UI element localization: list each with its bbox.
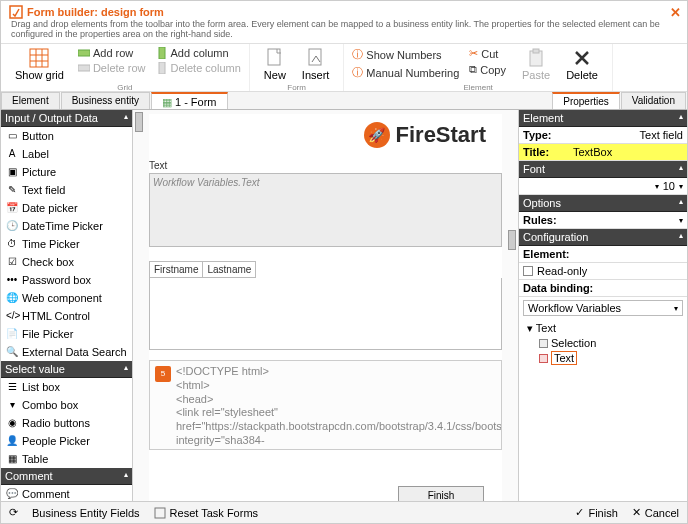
insert-label: Insert: [302, 69, 330, 81]
delete-button[interactable]: Delete: [558, 46, 606, 83]
palette-item-datetime-picker[interactable]: 🕒DateTime Picker: [1, 217, 132, 235]
chevron-down-icon[interactable]: ▾: [655, 182, 659, 191]
insert-icon: [306, 48, 326, 68]
tab-form[interactable]: ▦1 - Form: [151, 92, 228, 109]
refresh-button[interactable]: ⟳: [9, 506, 18, 519]
palette-item-file-picker[interactable]: 📄File Picker: [1, 325, 132, 343]
tab-properties[interactable]: Properties: [552, 92, 620, 109]
readonly-checkbox[interactable]: [523, 266, 533, 276]
insert-button[interactable]: Insert: [294, 46, 338, 83]
databinding-dropdown[interactable]: Workflow Variables▾: [523, 300, 683, 316]
ribbon-group-grid: Show grid Add row Delete row Add column …: [1, 44, 250, 91]
add-row-icon: [78, 47, 90, 59]
ribbon-form-label: Form: [287, 83, 306, 92]
tree-selection[interactable]: Selection: [527, 336, 679, 350]
palette-item-table[interactable]: ▦Table: [1, 450, 132, 468]
font-size-row[interactable]: ▾10▾: [519, 178, 687, 195]
chevron-down-icon[interactable]: ▾: [679, 182, 683, 191]
svg-rect-1: [30, 49, 48, 67]
section-options[interactable]: Options▴: [519, 195, 687, 212]
name-textarea[interactable]: [149, 278, 502, 350]
close-icon: ✕: [632, 506, 641, 519]
palette-item-password-box[interactable]: •••Password box: [1, 271, 132, 289]
palette-item-list-box[interactable]: ☰List box: [1, 378, 132, 396]
form-icon: [9, 5, 23, 19]
palette-item-label[interactable]: ALabel: [1, 145, 132, 163]
close-icon[interactable]: ✕: [670, 5, 681, 20]
label-icon: A: [6, 148, 18, 160]
business-entity-fields-button[interactable]: Business Entity Fields: [32, 507, 140, 519]
section-input-output[interactable]: Input / Output Data▴: [1, 110, 132, 127]
tab-bar: Element Business entity ▦1 - Form Proper…: [1, 92, 687, 110]
delete-row-button[interactable]: Delete row: [76, 61, 148, 75]
palette-item-label: Password box: [22, 274, 91, 286]
lastname-field[interactable]: Lastname: [203, 261, 256, 278]
tab-element[interactable]: Element: [1, 92, 60, 109]
tab-validation[interactable]: Validation: [621, 92, 686, 109]
section-font[interactable]: Font▴: [519, 161, 687, 178]
finish-button[interactable]: ✓Finish: [575, 506, 617, 519]
brand: 🚀 FireStart: [149, 114, 502, 158]
palette-item-label: Check box: [22, 256, 74, 268]
check-box-icon: ☑: [6, 256, 18, 268]
palette-item-html-control[interactable]: </>HTML Control: [1, 307, 132, 325]
font-size-value[interactable]: 10: [663, 180, 675, 192]
paste-button[interactable]: Paste: [514, 46, 558, 83]
rules-row[interactable]: Rules:▾: [519, 212, 687, 229]
cancel-button[interactable]: ✕Cancel: [632, 506, 679, 519]
picture-icon: ▣: [6, 166, 18, 178]
palette-item-radio-buttons[interactable]: ◉Radio buttons: [1, 414, 132, 432]
palette-item-web-component[interactable]: 🌐Web component: [1, 289, 132, 307]
prop-title[interactable]: Title:TextBox: [519, 144, 687, 161]
palette-item-check-box[interactable]: ☑Check box: [1, 253, 132, 271]
show-numbers-button[interactable]: ⓘShow Numbers: [350, 46, 461, 63]
section-element-props[interactable]: Element▴: [519, 110, 687, 127]
copy-button[interactable]: ⧉Copy: [467, 62, 508, 77]
readonly-row[interactable]: Read-only: [519, 263, 687, 280]
chevron-down-icon[interactable]: ▾: [679, 216, 683, 225]
ribbon: Show grid Add row Delete row Add column …: [1, 44, 687, 92]
svg-rect-0: [10, 6, 22, 18]
palette-item-picture[interactable]: ▣Picture: [1, 163, 132, 181]
add-column-icon: [156, 47, 168, 59]
scroll-handle-right[interactable]: [508, 230, 516, 250]
add-row-button[interactable]: Add row: [76, 46, 148, 60]
square-icon: [539, 339, 548, 348]
scroll-handle-left[interactable]: [135, 112, 143, 132]
palette-item-external-data-search[interactable]: 🔍External Data Search: [1, 343, 132, 361]
manual-numbering-button[interactable]: ⓘManual Numbering: [350, 64, 461, 81]
palette-item-button[interactable]: ▭Button: [1, 127, 132, 145]
palette-item-label: External Data Search: [22, 346, 127, 358]
chevron-down-icon: ▾: [674, 304, 678, 313]
new-button[interactable]: New: [256, 46, 294, 83]
palette-item-label: HTML Control: [22, 310, 90, 322]
tab-business-entity[interactable]: Business entity: [61, 92, 150, 109]
reset-task-forms-button[interactable]: Reset Task Forms: [154, 507, 258, 519]
section-configuration[interactable]: Configuration▴: [519, 229, 687, 246]
palette-item-people-picker[interactable]: 👤People Picker: [1, 432, 132, 450]
name-row: Firstname Lastname: [149, 261, 502, 278]
show-grid-button[interactable]: Show grid: [7, 46, 72, 83]
firstname-field[interactable]: Firstname: [149, 261, 203, 278]
info-icon: ⓘ: [352, 65, 363, 80]
form-canvas[interactable]: 🚀 FireStart Text Workflow Variables.Text…: [133, 110, 519, 516]
palette-item-date-picker[interactable]: 📅Date picker: [1, 199, 132, 217]
section-select-value[interactable]: Select value▴: [1, 361, 132, 378]
cut-button[interactable]: ✂Cut: [467, 46, 508, 61]
text-field-icon: ✎: [6, 184, 18, 196]
html-control-preview[interactable]: 5 <!DOCTYPE html><html><head><link rel="…: [149, 360, 502, 450]
svg-rect-3: [78, 65, 90, 71]
palette-item-text-field[interactable]: ✎Text field: [1, 181, 132, 199]
add-column-button[interactable]: Add column: [154, 46, 243, 60]
brand-text: FireStart: [396, 122, 486, 148]
tree-root[interactable]: ▾ Text: [527, 321, 679, 336]
textarea-workflow-text[interactable]: Workflow Variables.Text: [149, 173, 502, 247]
input-output-list: ▭ButtonALabel▣Picture✎Text field📅Date pi…: [1, 127, 132, 361]
section-comment[interactable]: Comment▴: [1, 468, 132, 485]
palette-item-time-picker[interactable]: ⏱Time Picker: [1, 235, 132, 253]
form-surface: 🚀 FireStart Text Workflow Variables.Text…: [149, 114, 502, 512]
palette-item-combo-box[interactable]: ▾Combo box: [1, 396, 132, 414]
tree-text[interactable]: Text: [527, 350, 679, 366]
title-input[interactable]: TextBox: [573, 146, 683, 158]
delete-column-button[interactable]: Delete column: [154, 61, 243, 75]
